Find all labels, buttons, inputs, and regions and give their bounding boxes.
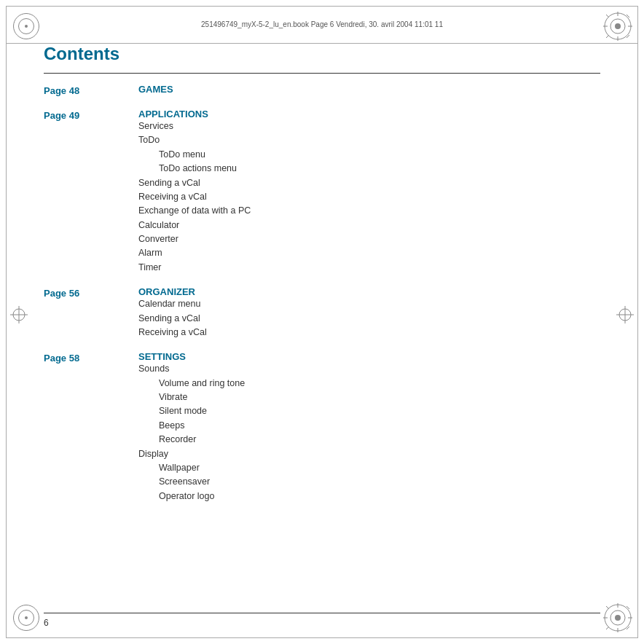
crosshair-right bbox=[616, 306, 634, 326]
toc-item-3-8: Screensaver bbox=[138, 475, 600, 489]
svg-line-18 bbox=[606, 606, 609, 609]
svg-line-20 bbox=[606, 627, 609, 629]
toc-table: Page 48GAMESPage 49APPLICATIONSServicesT… bbox=[44, 82, 600, 514]
section-content-2: ORGANIZERCalendar menuSending a vCalRece… bbox=[138, 285, 600, 350]
footer-page-number: 6 bbox=[44, 618, 49, 628]
toc-section-row-0: Page 48GAMES bbox=[44, 82, 600, 107]
toc-item-1-7: Calculator bbox=[138, 219, 600, 232]
section-heading-0: GAMES bbox=[138, 84, 600, 95]
main-content: Contents Page 48GAMESPage 49APPLICATIONS… bbox=[44, 44, 600, 600]
page-label-2: Page 56 bbox=[44, 285, 138, 350]
toc-item-3-5: Recorder bbox=[138, 433, 600, 447]
footer-line bbox=[44, 613, 600, 613]
page-label-3: Page 58 bbox=[44, 350, 138, 514]
corner-decoration-br bbox=[602, 602, 634, 634]
toc-item-2-0: Calendar menu bbox=[138, 297, 600, 311]
section-content-1: APPLICATIONSServicesToDoToDo menuToDo ac… bbox=[138, 107, 600, 285]
toc-section-row-2: Page 56ORGANIZERCalendar menuSending a v… bbox=[44, 285, 600, 350]
toc-item-1-0: Services bbox=[138, 119, 600, 133]
section-content-0: GAMES bbox=[138, 82, 600, 107]
toc-item-3-6: Display bbox=[138, 447, 600, 461]
toc-item-1-8: Converter bbox=[138, 232, 600, 246]
toc-item-3-3: Silent mode bbox=[138, 404, 600, 418]
toc-item-1-3: ToDo actions menu bbox=[138, 162, 600, 176]
svg-line-7 bbox=[606, 15, 609, 17]
toc-item-1-5: Receiving a vCal bbox=[138, 190, 600, 204]
page-label-0: Page 48 bbox=[44, 82, 138, 107]
toc-item-1-2: ToDo menu bbox=[138, 148, 600, 162]
crosshair-left bbox=[10, 306, 28, 326]
toc-item-3-2: Vibrate bbox=[138, 390, 600, 404]
toc-item-2-2: Receiving a vCal bbox=[138, 326, 600, 339]
section-heading-1: APPLICATIONS bbox=[138, 109, 600, 119]
toc-item-1-10: Timer bbox=[138, 261, 600, 275]
header-text: 251496749_myX-5-2_lu_en.book Page 6 Vend… bbox=[201, 20, 443, 28]
svg-point-2 bbox=[615, 23, 621, 29]
toc-item-3-4: Beeps bbox=[138, 419, 600, 433]
corner-decoration-tr bbox=[602, 10, 634, 42]
toc-item-3-1: Volume and ring tone bbox=[138, 377, 600, 390]
corner-decoration-bl bbox=[13, 605, 39, 631]
section-heading-2: ORGANIZER bbox=[138, 286, 600, 297]
section-content-3: SETTINGSSoundsVolume and ring toneVibrat… bbox=[138, 350, 600, 514]
toc-item-3-7: Wallpaper bbox=[138, 461, 600, 475]
toc-section-row-3: Page 58SETTINGSSoundsVolume and ring ton… bbox=[44, 350, 600, 514]
toc-item-3-0: Sounds bbox=[138, 362, 600, 376]
svg-point-13 bbox=[615, 615, 621, 621]
toc-item-1-1: ToDo bbox=[138, 133, 600, 147]
title-divider bbox=[44, 73, 600, 74]
toc-item-3-9: Operator logo bbox=[138, 490, 600, 503]
toc-item-1-9: Alarm bbox=[138, 246, 600, 260]
toc-item-2-1: Sending a vCal bbox=[138, 312, 600, 326]
svg-line-9 bbox=[606, 35, 609, 38]
page-title: Contents bbox=[44, 44, 600, 67]
header-bar: 251496749_myX-5-2_lu_en.book Page 6 Vend… bbox=[6, 6, 638, 44]
toc-section-row-1: Page 49APPLICATIONSServicesToDoToDo menu… bbox=[44, 107, 600, 285]
toc-item-1-6: Exchange of data with a PC bbox=[138, 204, 600, 218]
section-heading-3: SETTINGS bbox=[138, 351, 600, 362]
page-label-1: Page 49 bbox=[44, 107, 138, 285]
corner-decoration-tl bbox=[13, 13, 39, 39]
toc-item-1-4: Sending a vCal bbox=[138, 176, 600, 190]
